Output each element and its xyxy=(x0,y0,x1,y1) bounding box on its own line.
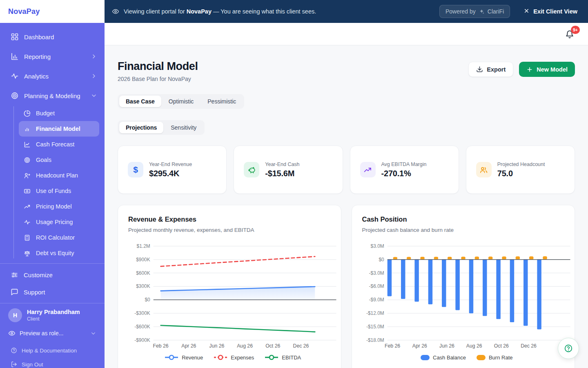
banknote-icon xyxy=(24,188,31,195)
svg-text:-$600K: -$600K xyxy=(134,324,150,330)
sidebar-item-planning-modeling[interactable]: Planning & Modeling xyxy=(0,86,105,105)
sidebar-item-customize[interactable]: Customize xyxy=(0,266,105,283)
tab-sensitivity[interactable]: Sensitivity xyxy=(164,122,203,133)
sidebar-nav: DashboardReportingAnalyticsPlanning & Mo… xyxy=(0,23,105,105)
sidebar-item-label: Customize xyxy=(24,272,53,278)
chart-card-revenue-expenses: Revenue & ExpensesProjected monthly reve… xyxy=(118,205,341,368)
user-name: Harry Prabandham xyxy=(27,309,80,315)
sidebar-item-reporting[interactable]: Reporting xyxy=(0,47,105,66)
export-button[interactable]: Export xyxy=(468,62,513,77)
user-role: Client xyxy=(27,316,80,322)
sidebar-item-label: Analytics xyxy=(24,73,49,80)
tab-base-case[interactable]: Base Case xyxy=(119,96,161,107)
help-button[interactable] xyxy=(558,338,579,359)
sidebar-secondary-nav: CustomizeSupport xyxy=(0,263,105,301)
kpi-card-year-end-revenue: $Year-End Revenue$295.4K xyxy=(118,146,227,194)
exit-client-view-button[interactable]: Exit Client View xyxy=(523,8,577,15)
new-model-button[interactable]: New Model xyxy=(519,62,575,77)
scenario-tabs: Base CaseOptimisticPessimistic xyxy=(118,94,244,109)
sidebar-subitem-use-of-funds[interactable]: Use of Funds xyxy=(19,183,99,199)
preview-as-role-label: Preview as role... xyxy=(20,330,63,337)
kpi-label: Avg EBITDA Margin xyxy=(381,162,427,167)
logo-bar: NovaPay xyxy=(0,0,105,23)
svg-text:Oct 26: Oct 26 xyxy=(494,343,508,349)
line-chart-icon xyxy=(24,141,31,148)
calculator-icon xyxy=(24,234,31,241)
sidebar-link-help-documentation[interactable]: Help & Documentation xyxy=(8,344,96,357)
sidebar-item-analytics[interactable]: Analytics xyxy=(0,66,105,86)
sidebar-subitem-roi-calculator[interactable]: ROI Calculator xyxy=(19,230,99,245)
sidebar-subitem-pricing-model[interactable]: Pricing Model xyxy=(19,199,99,214)
tab-projections[interactable]: Projections xyxy=(119,122,163,133)
chevron-down-icon xyxy=(90,330,96,337)
main-content: Financial Model 2026 Base Plan for NovaP… xyxy=(105,45,588,368)
svg-text:Oct 26: Oct 26 xyxy=(265,343,280,349)
legend-item-ebitda: EBITDA xyxy=(265,355,301,361)
sidebar-item-support[interactable]: Support xyxy=(0,283,105,301)
chart-card-cash-position: Cash PositionProjected cash balance and … xyxy=(352,205,575,368)
trend-up-icon xyxy=(360,162,376,177)
help-circle-icon xyxy=(564,344,573,353)
sidebar-subnav: BudgetFinancial ModelCash ForecastGoalsH… xyxy=(0,105,105,262)
plus-icon xyxy=(526,66,533,73)
client-view-banner: Viewing client portal for NovaPay — You … xyxy=(105,0,588,23)
sidebar-item-dashboard[interactable]: Dashboard xyxy=(0,27,105,47)
svg-text:Dec 26: Dec 26 xyxy=(521,343,537,349)
sidebar-link-sign-out[interactable]: Sign Out xyxy=(8,358,96,368)
chevron-down-icon xyxy=(91,92,97,99)
kpi-value: $295.4K xyxy=(149,169,192,178)
grid-icon xyxy=(11,33,19,41)
help-circle-icon xyxy=(11,347,17,354)
legend-item-burn-rate: Burn Rate xyxy=(477,355,513,361)
svg-text:-$15.0M: -$15.0M xyxy=(366,324,384,330)
svg-text:-$12.0M: -$12.0M xyxy=(366,310,384,316)
chart-legend: Cash BalanceBurn Rate xyxy=(362,355,572,361)
topbar: 9+ xyxy=(105,23,588,45)
sidebar-subitem-headcount-plan[interactable]: Headcount Plan xyxy=(19,168,99,183)
download-icon xyxy=(476,66,483,73)
log-out-icon xyxy=(11,361,17,368)
sidebar-subitem-usage-pricing[interactable]: Usage Pricing xyxy=(19,214,99,230)
sidebar-subitem-label: Goals xyxy=(36,157,51,163)
sidebar-subitem-debt-vs-equity[interactable]: Debt vs Equity xyxy=(19,245,99,261)
svg-text:-$900K: -$900K xyxy=(134,337,150,343)
tab-optimistic[interactable]: Optimistic xyxy=(162,96,200,107)
columns-icon xyxy=(24,126,31,132)
kpi-card-projected-headcount: Projected Headcount75.0 xyxy=(466,146,575,194)
kpi-label: Year-End Revenue xyxy=(149,162,192,167)
chart-subtitle: Projected cash balance and burn rate xyxy=(362,227,572,233)
cash-position-chart: $3.0M$0-$3.0M-$6.0M-$9.0M-$12.0M-$15.0M-… xyxy=(362,241,572,351)
svg-text:$300K: $300K xyxy=(136,283,150,289)
bell-icon xyxy=(565,33,574,40)
sidebar-footer-links: Help & DocumentationSign Out xyxy=(0,337,105,368)
page-subtitle: 2026 Base Plan for NovaPay xyxy=(118,76,198,82)
sidebar-subitem-financial-model[interactable]: Financial Model xyxy=(19,121,99,137)
sidebar-subitem-cash-forecast[interactable]: Cash Forecast xyxy=(19,137,99,152)
sidebar-subitem-label: ROI Calculator xyxy=(36,234,75,241)
sparkle-icon xyxy=(479,9,485,15)
kpi-card-year-end-cash: Year-End Cash-$15.6M xyxy=(234,146,343,194)
svg-text:Jun 26: Jun 26 xyxy=(439,343,454,349)
avatar: H xyxy=(8,308,22,322)
kpi-label: Projected Headcount xyxy=(497,162,545,167)
preview-as-role-select[interactable]: Preview as role... xyxy=(8,330,96,337)
sidebar-subitem-budget[interactable]: Budget xyxy=(19,105,99,121)
bar-chart-icon xyxy=(11,52,19,61)
sidebar-subitem-label: Debt vs Equity xyxy=(36,250,74,256)
notifications-button[interactable]: 9+ xyxy=(565,30,575,40)
sidebar-subitem-label: Usage Pricing xyxy=(36,219,73,225)
chart-subtitle: Projected monthly revenue, expenses, and… xyxy=(128,227,338,233)
sidebar-item-label: Planning & Modeling xyxy=(24,92,80,99)
kpi-value: 75.0 xyxy=(497,169,545,178)
kpi-value: -$15.6M xyxy=(265,169,299,178)
sidebar-subitem-label: Use of Funds xyxy=(36,188,71,194)
target-icon xyxy=(24,157,31,164)
powered-by-button[interactable]: Powered by ClariFi xyxy=(439,5,510,18)
scale-icon xyxy=(24,250,31,257)
sidebar: NovaPay DashboardReportingAnalyticsPlann… xyxy=(0,0,105,368)
tab-pessimistic[interactable]: Pessimistic xyxy=(201,96,243,107)
sidebar-subitem-goals[interactable]: Goals xyxy=(19,152,99,168)
banner-message: Viewing client portal for NovaPay — You … xyxy=(124,8,316,15)
kpi-value: -270.1% xyxy=(381,169,427,178)
sidebar-link-label: Help & Documentation xyxy=(22,348,77,354)
